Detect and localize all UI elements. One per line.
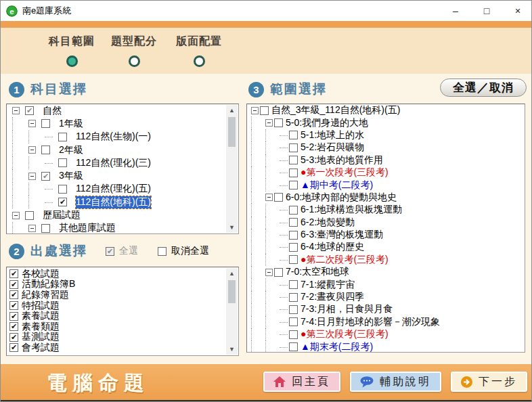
tree-item-label[interactable]: 自然_3年級_112自然(地科)(五) <box>271 104 400 116</box>
tree-item[interactable]: 6-1:地球構造與板塊運動 <box>247 204 525 216</box>
tree-item[interactable]: 6-4:地球的歷史 <box>247 241 525 253</box>
tree-item[interactable]: 1年級 <box>7 117 238 130</box>
tree-checkbox[interactable] <box>58 133 67 141</box>
tree-checkbox[interactable] <box>289 231 298 240</box>
tree-item[interactable]: 112自然(理化)(五) <box>7 183 238 196</box>
tree-item-label[interactable]: 112自然(理化)(五) <box>76 183 151 195</box>
tree-checkbox[interactable]: ✔ <box>25 106 34 115</box>
tree-checkbox[interactable] <box>289 243 298 252</box>
tree-item[interactable]: 其他題庫試題 <box>7 222 238 234</box>
tree-item-label[interactable]: 5-0:我們身邊的大地 <box>286 117 368 129</box>
tree-checkbox[interactable] <box>274 268 283 277</box>
tree-item-label[interactable]: 7-2:晝夜與四季 <box>301 291 364 303</box>
tree-item-label[interactable]: 6-4:地球的歷史 <box>301 241 364 253</box>
source-list-item[interactable]: ✔特招試題 <box>7 300 238 311</box>
tree-item-label[interactable]: ▲期末考(二段考) <box>301 341 373 353</box>
collapse-icon[interactable] <box>251 107 259 114</box>
source-item-checkbox[interactable]: ✔ <box>9 333 18 342</box>
next-step-button[interactable]: 下一步 <box>451 372 527 392</box>
help-button[interactable]: 輔助說明 <box>350 372 441 392</box>
tree-item-label[interactable]: 6-0:地球內部的變動與地史 <box>286 192 397 204</box>
tree-item[interactable]: 5-0:我們身邊的大地 <box>247 116 525 129</box>
tree-item-label[interactable]: 5-2:岩石與礦物 <box>301 141 364 154</box>
tree-checkbox[interactable] <box>58 158 67 167</box>
tree-checkbox[interactable] <box>274 193 283 202</box>
subject-tree-scrollbar[interactable]: ▲ ▼ <box>226 105 238 233</box>
source-item-checkbox[interactable]: ✔ <box>9 280 18 289</box>
tree-checkbox[interactable]: ✔ <box>41 172 50 181</box>
tree-checkbox[interactable] <box>289 143 298 152</box>
source-item-checkbox[interactable]: ✔ <box>9 322 18 331</box>
tree-checkbox[interactable] <box>41 224 50 233</box>
tree-checkbox[interactable] <box>289 206 298 215</box>
collapse-icon[interactable] <box>265 269 273 276</box>
tree-item-label[interactable]: 1年級 <box>59 118 83 130</box>
tree-item-label[interactable]: 2年級 <box>59 144 83 156</box>
collapse-icon[interactable] <box>28 146 36 154</box>
tree-item[interactable]: 6-2:地殼變動 <box>247 217 525 229</box>
tree-checkbox[interactable] <box>289 305 298 314</box>
tree-checkbox[interactable] <box>289 255 298 264</box>
tree-item-label[interactable]: 6-3:臺灣的板塊運動 <box>301 229 383 241</box>
tree-item-label[interactable]: 5-1:地球上的水 <box>301 129 364 141</box>
home-button[interactable]: 回主頁 <box>263 372 340 392</box>
scroll-down-icon[interactable]: ▼ <box>229 344 235 355</box>
tree-checkbox[interactable] <box>289 280 298 289</box>
tree-item-label[interactable]: 其他題庫試題 <box>59 222 116 234</box>
collapse-icon[interactable] <box>12 107 20 114</box>
scrollbar-thumb[interactable] <box>228 117 236 147</box>
source-item-checkbox[interactable]: ✔ <box>9 290 18 299</box>
tree-item[interactable]: ●第三次段考(三段考) <box>247 328 525 340</box>
tree-checkbox[interactable] <box>41 119 50 128</box>
scroll-up-icon[interactable]: ▲ <box>229 105 235 116</box>
tree-item-label[interactable]: 7-1:縱觀宇宙 <box>301 279 355 291</box>
source-list-item[interactable]: ✔會考試題 <box>7 342 238 353</box>
tree-checkbox[interactable] <box>41 146 50 154</box>
tree-item[interactable]: 112自然(理化)(三) <box>7 156 238 169</box>
tree-checkbox[interactable] <box>58 185 67 194</box>
tree-item-label[interactable]: ●第一次段考(三段考) <box>301 166 389 179</box>
tree-checkbox[interactable] <box>289 218 298 227</box>
scrollbar-thumb[interactable] <box>228 280 236 303</box>
tree-item[interactable]: 7-3:月相，日食與月食 <box>247 303 525 315</box>
tree-item[interactable]: 7-4:日月對地球的影響－潮汐現象 <box>247 316 525 328</box>
source-item-checkbox[interactable]: ✔ <box>9 301 18 310</box>
tree-checkbox[interactable] <box>289 342 298 351</box>
tree-item[interactable]: ▲期末考(二段考) <box>247 340 525 353</box>
tree-item[interactable]: 7-1:縱觀宇宙 <box>247 278 525 290</box>
tree-item-label[interactable]: 5-3:地表的地質作用 <box>301 154 383 166</box>
tree-item[interactable]: ✔3年級 <box>7 169 238 182</box>
source-list-item[interactable]: ✔紀錄簿習題 <box>7 290 238 300</box>
tree-item[interactable]: 自然_3年級_112自然(地科)(五) <box>247 104 525 116</box>
select-all-toggle-button[interactable]: 全選／取消 <box>440 79 527 97</box>
tree-item-label[interactable]: ●第三次段考(三段考) <box>301 328 389 340</box>
tree-item[interactable]: 5-3:地表的地質作用 <box>247 154 525 166</box>
deselect-all-checkbox[interactable] <box>158 247 167 256</box>
minimize-button[interactable]: – <box>449 6 462 16</box>
tree-item[interactable]: 7-2:晝夜與四季 <box>247 291 525 303</box>
source-item-checkbox[interactable]: ✔ <box>9 312 18 321</box>
tree-item-label[interactable]: 自然 <box>43 105 62 117</box>
tree-item[interactable]: 6-3:臺灣的板塊運動 <box>247 229 525 241</box>
tree-item-label[interactable]: 6-1:地球構造與板塊運動 <box>301 204 402 216</box>
maximize-button[interactable]: □ <box>480 6 493 16</box>
collapse-icon[interactable] <box>28 173 36 180</box>
tree-item[interactable]: 6-0:地球內部的變動與地史 <box>247 192 525 204</box>
source-list-item[interactable]: ✔活動紀錄簿B <box>7 280 238 290</box>
source-list-item[interactable]: ✔素養試題 <box>7 311 238 321</box>
tree-item[interactable]: 歷屆試題 <box>7 208 238 221</box>
tree-item-label[interactable]: ▲期中考(二段考) <box>301 179 373 192</box>
collapse-icon[interactable] <box>265 194 273 201</box>
tree-item[interactable]: 5-2:岩石與礦物 <box>247 141 525 154</box>
tree-checkbox[interactable] <box>289 131 298 139</box>
tree-checkbox[interactable]: ✔ <box>58 198 67 206</box>
tree-checkbox[interactable] <box>289 156 298 164</box>
collapse-icon[interactable] <box>265 119 273 127</box>
tree-item-label[interactable]: 3年級 <box>59 170 83 182</box>
source-list-scrollbar[interactable]: ▲ ▼ <box>226 268 238 355</box>
scroll-up-icon[interactable]: ▲ <box>229 268 235 279</box>
tree-item-label[interactable]: 112自然(理化)(三) <box>76 157 151 169</box>
select-all-checkbox[interactable]: ✔ <box>106 247 114 256</box>
tree-item[interactable]: 112自然(生物)(一) <box>7 131 238 143</box>
tree-checkbox[interactable] <box>289 330 298 339</box>
